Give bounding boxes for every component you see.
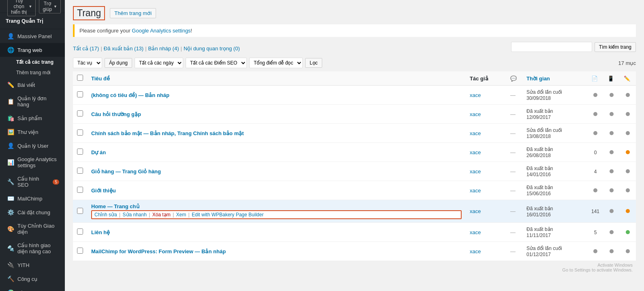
page-title-link[interactable]: (không có tiêu đề) — Bản nháp: [91, 92, 169, 98]
author-link[interactable]: xace: [470, 208, 481, 214]
page-title-link[interactable]: Chính sách bảo mật — Bản nháp, Trang Chí…: [91, 130, 244, 136]
comments-cell: —: [506, 223, 522, 242]
page-title-link[interactable]: Home — Trang chủ: [91, 203, 139, 209]
sidebar-seo-label: Cấu hình SEO: [17, 176, 48, 188]
pages-table: Tiêu đề Tác giả 💬 Thời gian 📄 📱 ✏️: [73, 71, 636, 261]
view-action[interactable]: Xem: [176, 212, 186, 218]
seo-dot: [610, 209, 614, 213]
row-checkbox[interactable]: [77, 208, 83, 214]
author-link[interactable]: xace: [470, 92, 481, 98]
edit-action[interactable]: Chỉnh sửa: [94, 212, 117, 218]
author-link[interactable]: xace: [470, 130, 481, 136]
row-checkbox[interactable]: [77, 110, 83, 116]
row-checkbox[interactable]: [77, 91, 83, 97]
author-link[interactable]: xace: [470, 188, 481, 194]
sidebar-sub-them-moi[interactable]: Thêm trang mới: [0, 67, 65, 78]
author-link[interactable]: xace: [470, 149, 481, 155]
sidebar-bai-viet-label: Bài viết: [17, 82, 35, 88]
date-cell: Đã xuất bản 11/11/2017: [522, 223, 587, 242]
notice-link[interactable]: Google Analytics settings: [132, 28, 190, 34]
date-value: 13/08/2018: [526, 134, 551, 139]
table-row: Home — Trang chủ Chỉnh sửa | Sửa nhanh |…: [73, 200, 636, 223]
row-checkbox[interactable]: [77, 187, 83, 193]
comments-cell: —: [506, 86, 522, 105]
row-checkbox[interactable]: [77, 248, 83, 254]
sidebar-item-yith[interactable]: 🔌 YITH: [0, 258, 65, 272]
watermark: Activate WindowsGo to Settings to activa…: [73, 261, 636, 274]
sidebar-item-cong-cu[interactable]: 🔨 Công cụ: [0, 272, 65, 286]
comments-header: 💬: [506, 71, 522, 86]
row-checkbox[interactable]: [77, 129, 83, 136]
page-title-link[interactable]: Câu hỏi thường gặp: [91, 111, 141, 117]
sidebar-item-don-hang[interactable]: 📋 Quản lý đơn hàng: [0, 92, 65, 111]
read-filter-select[interactable]: Tổng điểm dễ đọc: [249, 58, 303, 68]
comments-cell: —: [506, 181, 522, 200]
author-header: Tác giả: [466, 71, 506, 86]
translate-icon: 🌍: [7, 289, 14, 291]
sidebar-item-mailchimp[interactable]: ✉️ MailChimp: [0, 192, 65, 205]
author-link[interactable]: xace: [470, 229, 481, 235]
sidebar-item-quan-ly-user[interactable]: 👤 Quản lý User: [0, 139, 65, 153]
sidebar-item-tuy-chinh[interactable]: 🎨 Tùy Chỉnh Giao diện: [0, 219, 65, 239]
help-button[interactable]: Trợ giúp: [39, 0, 61, 13]
author-link[interactable]: xace: [470, 111, 481, 117]
filter-all[interactable]: Tất cả (17): [73, 45, 99, 52]
item-count: 17 mục: [618, 60, 636, 66]
sidebar-item-trang-web[interactable]: 🌐 Trang web: [0, 43, 65, 57]
screen-options-button[interactable]: Tùy chọn hiển thị: [7, 0, 36, 16]
notice-text: Please configure your: [79, 28, 132, 34]
sidebar-item-seo[interactable]: 🔧 Cấu hình SEO 5: [0, 172, 65, 192]
sidebar-item-dich[interactable]: 🌍 Dịch/Translate: [0, 286, 65, 291]
sidebar-item-panel[interactable]: 👤 Massive Panel: [0, 29, 65, 43]
date-cell: Đã xuất bản 14/01/2016: [522, 162, 587, 181]
page-title-link[interactable]: Liên hệ: [91, 229, 110, 235]
row-checkbox[interactable]: [77, 228, 83, 235]
notice-bar: Please configure your Google Analytics s…: [73, 24, 636, 37]
sidebar-item-cau-hinh-gd[interactable]: 🔩 Cấu hình giao diện nâng cao: [0, 239, 65, 258]
edit-header: ✏️: [620, 71, 636, 86]
date-value: 14/01/2016: [526, 172, 551, 177]
seo-badge: 5: [53, 179, 59, 185]
seo-icon: 🔧: [7, 179, 14, 185]
filter-important[interactable]: Nội dung quan trọng (0): [184, 45, 240, 52]
date-filter-select[interactable]: Tất cả các ngày: [135, 58, 183, 68]
page-title-link[interactable]: MailChimp for WordPress: Form Preview — …: [91, 248, 226, 254]
title-header[interactable]: Tiêu đề: [87, 71, 466, 86]
page-title-link[interactable]: Giỏ hàng — Trang Giỏ hàng: [91, 168, 161, 175]
date-header[interactable]: Thời gian: [522, 71, 587, 86]
filter-button[interactable]: Lọc: [305, 58, 322, 68]
bulk-action-select[interactable]: Tác vụ: [73, 58, 102, 68]
sidebar-cau-hinh-label: Cấu hình giao diện nâng cao: [17, 242, 59, 254]
sidebar-item-cai-dat[interactable]: ⚙️ Cài đặt chung: [0, 205, 65, 219]
sidebar-sub-tat-ca[interactable]: Tất cả các trang: [0, 57, 65, 67]
quick-edit-action[interactable]: Sửa nhanh: [123, 212, 147, 218]
author-link[interactable]: xace: [470, 168, 481, 175]
seo-filter-select[interactable]: Tất cả các Điểm SEO: [186, 58, 247, 68]
sidebar-item-google-analytics[interactable]: 📊 Google Analytics settings: [0, 153, 65, 172]
row-checkbox[interactable]: [77, 149, 83, 155]
sidebar-item-bai-viet[interactable]: ✏️ Bài viết: [0, 78, 65, 92]
page-title-link[interactable]: Dự án: [91, 149, 106, 155]
author-link[interactable]: xace: [470, 248, 481, 254]
wpbakery-action[interactable]: Edit with WPBakery Page Builder: [192, 212, 263, 218]
edit-dot: [626, 169, 630, 173]
filter-draft[interactable]: Bản nháp (4): [148, 45, 179, 52]
edit-dot: [626, 131, 630, 135]
select-all-checkbox[interactable]: [77, 75, 83, 81]
sidebar-item-thu-vien[interactable]: 🖼️ Thư viện: [0, 125, 65, 139]
apply-button[interactable]: Áp dụng: [105, 58, 132, 68]
sidebar-item-san-pham[interactable]: 🛍️ Sản phẩm: [0, 111, 65, 125]
page-title-link[interactable]: Giới thiệu: [91, 188, 116, 194]
filter-published[interactable]: Đã xuất bản (13): [104, 45, 143, 52]
row-actions: Chỉnh sửa | Sửa nhanh | Xóa tạm | Xem | …: [91, 210, 462, 219]
row-checkbox[interactable]: [77, 168, 83, 174]
seo-dot: [610, 230, 614, 234]
search-input[interactable]: [511, 42, 592, 52]
search-button[interactable]: Tìm kiếm trang: [595, 42, 636, 52]
sidebar-translate-label: Dịch/Translate: [17, 290, 51, 291]
date-value: 30/09/2018: [526, 95, 551, 101]
date-cell: Sửa đổi lần cuối 30/09/2018: [522, 86, 587, 105]
read-header: 📱: [603, 71, 620, 86]
add-new-button[interactable]: Thêm trang mới: [110, 8, 156, 18]
trash-action[interactable]: Xóa tạm: [152, 212, 171, 218]
